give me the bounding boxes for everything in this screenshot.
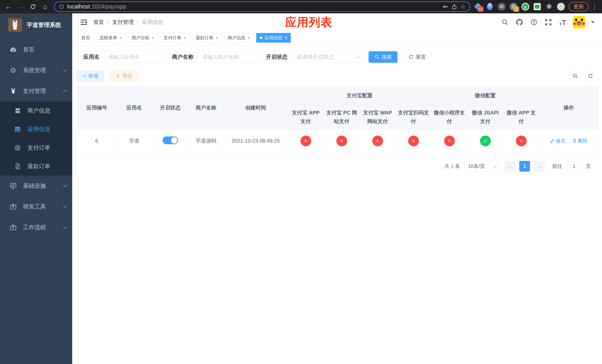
search-icon[interactable] [501, 18, 509, 27]
close-icon[interactable]: × [285, 35, 287, 40]
url-host: localhost [67, 3, 90, 10]
sidebar-item-payment[interactable]: ¥ 支付管理 [0, 81, 72, 101]
address-bar[interactable]: localhost:1024/pay/app ☆ [54, 1, 470, 12]
close-icon[interactable]: × [151, 35, 154, 40]
next-page-button[interactable]: › [534, 161, 545, 172]
bookmark-star-icon[interactable]: ☆ [460, 3, 466, 10]
browser-back-button[interactable]: ← [3, 1, 14, 12]
app-name-input[interactable] [104, 51, 163, 63]
tab-refund-orders[interactable]: 退款订单× [192, 33, 222, 43]
extensions-puzzle-icon[interactable] [545, 3, 553, 11]
export-button[interactable]: 导出 [110, 71, 139, 81]
sidebar-item-app-info[interactable]: 应用信息 [0, 120, 72, 139]
close-icon[interactable]: × [119, 35, 122, 40]
font-size-icon[interactable]: TT [558, 18, 567, 27]
close-icon[interactable]: × [248, 35, 250, 40]
extension-camera-icon[interactable]: 1 [509, 3, 517, 11]
tab-home[interactable]: 首页 [78, 33, 94, 43]
refresh-table-button[interactable] [585, 71, 596, 81]
extension-badge: 10 [477, 6, 484, 12]
sidebar-item-infrastructure[interactable]: 基础设施 [0, 175, 72, 196]
sidebar-collapse-button[interactable] [80, 18, 88, 26]
sidebar-item-merchant-info[interactable]: 商户信息 [0, 101, 72, 120]
search-icon [572, 73, 578, 79]
app-table: 应用编号 应用名 开启状态 商户名称 创建时间 支付宝配置 微信配置 操作 支付… [77, 86, 598, 153]
cell-wechat-mini: × [431, 129, 467, 152]
site-info-icon[interactable] [59, 4, 64, 10]
sidebar-item-label: 应用信息 [27, 125, 50, 133]
download-icon [115, 73, 120, 78]
browser-home-button[interactable]: ⌂ [40, 1, 50, 12]
profile-avatar-icon[interactable]: ☺ [557, 3, 565, 11]
prev-page-button[interactable]: ‹ [505, 161, 515, 172]
tab-process-form[interactable]: 流程表单× [96, 33, 126, 43]
github-icon[interactable] [515, 18, 524, 27]
chevron-down-icon [63, 68, 67, 72]
extension-balloon-icon[interactable] [486, 3, 494, 11]
sidebar-item-workflow[interactable]: 工作流程 [0, 217, 72, 238]
toggle-search-button[interactable] [570, 71, 580, 81]
status-cross-icon: × [516, 136, 527, 146]
goto-suffix: 页 [586, 163, 591, 170]
sidebar-item-label: 支付订单 [27, 144, 50, 152]
sidebar-item-dev-tools[interactable]: 研发工具 [0, 196, 72, 217]
browser-reload-button[interactable] [28, 1, 38, 12]
current-page[interactable]: 1 [519, 161, 530, 172]
status-toggle[interactable] [162, 137, 178, 144]
cell-wechat-app: × [503, 129, 539, 152]
help-icon[interactable] [529, 18, 538, 27]
sidebar-item-system[interactable]: ⚙ 系统管理 [0, 60, 72, 81]
extension-y-icon[interactable]: y [521, 3, 529, 11]
goto-page-input[interactable] [566, 161, 582, 172]
caret-down-icon[interactable] [591, 21, 595, 25]
sidebar-item-refund-orders[interactable]: 退款订单 [0, 157, 72, 175]
sidebar-item-label: 研发工具 [23, 203, 58, 211]
merchant-name-input[interactable] [198, 51, 258, 63]
reset-button[interactable]: 重置 [403, 51, 431, 63]
tab-user-group[interactable]: 用户分组× [128, 33, 158, 43]
grid-icon [13, 126, 22, 133]
tab-app-info[interactable]: 应用信息× [256, 33, 291, 43]
tab-merchant-info[interactable]: 商户信息× [224, 33, 254, 43]
fullscreen-icon[interactable] [544, 18, 553, 27]
col-wechat-jsapi: 微信 JSAPI 支付 [467, 105, 503, 129]
sidebar-logo-row[interactable]: 芋道管理系统 [0, 13, 72, 37]
breadcrumb-payment[interactable]: 支付管理 [112, 19, 134, 26]
password-key-icon[interactable] [442, 4, 448, 10]
delete-button[interactable]: 删除 [572, 138, 588, 144]
add-button[interactable]: + 新增 [77, 71, 104, 81]
briefcase-icon [9, 224, 17, 231]
close-icon[interactable]: × [216, 35, 218, 40]
page-size-select[interactable]: 10条/页 [464, 161, 500, 172]
browser-toolbar: ← → ⌂ localhost:1024/pay/app ☆ 10 ⌘ 1 y [0, 0, 602, 13]
sidebar-menu: 首页 ⚙ 系统管理 ¥ 支付管理 商户信息 [0, 37, 72, 238]
breadcrumb-home[interactable]: 首页 [93, 19, 104, 26]
cell-alipay-qr: × [396, 129, 431, 152]
trash-icon [572, 138, 577, 143]
cell-create-time: 2021-10-23 08:49:25 [224, 129, 288, 152]
total-count: 共 1 条 [444, 163, 460, 170]
col-group-wechat: 微信配置 [431, 86, 539, 105]
tab-pay-orders[interactable]: 支付订单× [160, 33, 190, 43]
close-icon[interactable]: × [183, 35, 186, 40]
share-icon[interactable] [451, 4, 457, 10]
search-button[interactable]: 搜索 [369, 51, 398, 63]
extension-chat-icon[interactable] [533, 3, 541, 11]
edit-button[interactable]: 修改 [550, 138, 565, 144]
status-select[interactable]: 请选择开启状态 [292, 51, 364, 63]
refresh-icon [588, 73, 593, 79]
sidebar-item-home[interactable]: 首页 [0, 39, 72, 60]
url-path: :1024/pay/app [90, 3, 126, 10]
col-create-time: 创建时间 [224, 86, 288, 129]
search-form: 应用名 商户名称 开启状态 请选择开启状态 搜索 重置 [83, 51, 598, 63]
extension-diamond-icon[interactable]: 10 [474, 3, 482, 11]
plus-icon: + [83, 73, 86, 79]
sidebar-item-pay-orders[interactable]: 支付订单 [0, 139, 72, 157]
user-avatar[interactable] [573, 16, 585, 29]
browser-forward-button[interactable]: → [16, 1, 26, 12]
breadcrumb-current: 应用信息 [142, 19, 163, 26]
browser-menu-icon[interactable]: ⋮ [591, 3, 599, 10]
extension-command-icon[interactable]: ⌘ [498, 3, 506, 11]
shop-icon [13, 107, 22, 114]
browser-update-button[interactable]: 更新 [569, 2, 589, 11]
